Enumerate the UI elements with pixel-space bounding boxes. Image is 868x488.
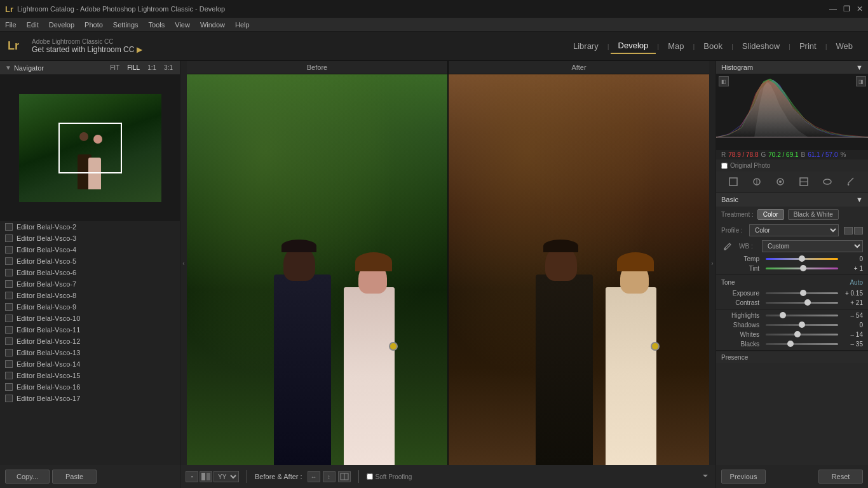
preset-icon (5, 280, 13, 288)
nav-book[interactable]: Book (696, 39, 730, 53)
basic-panel-header[interactable]: Basic ▼ (716, 193, 868, 207)
graduated-filter-tool[interactable] (795, 174, 813, 189)
nav-web[interactable]: Web (829, 39, 861, 53)
basic-collapse[interactable]: ▼ (856, 196, 863, 203)
percent-label: % (840, 151, 846, 158)
single-view-button[interactable]: ▪ (186, 471, 198, 482)
before-after-lr-button[interactable] (200, 471, 212, 482)
window-controls[interactable]: — ❐ ✕ (829, 4, 863, 13)
r-label: R (721, 151, 726, 158)
profile-grid-icon[interactable] (844, 227, 853, 234)
tint-slider[interactable] (766, 268, 838, 269)
preset-item[interactable]: Editor Belal-Vsco-10 (0, 313, 180, 324)
soft-proofing-label: Soft Proofing (376, 473, 412, 480)
svg-point-4 (779, 180, 782, 183)
left-panel-collapse[interactable]: ‹ (180, 61, 187, 465)
exposure-value: + 0.15 (841, 290, 863, 297)
whites-slider[interactable] (766, 334, 838, 336)
zoom-1to1[interactable]: 1:1 (146, 64, 158, 72)
tint-label: Tint (721, 265, 759, 272)
bw-button[interactable]: Black & White (788, 209, 839, 220)
nav-library[interactable]: Library (566, 39, 606, 53)
navigator-header: ▼ Navigator FIT FILL 1:1 3:1 (0, 61, 180, 75)
exposure-slider[interactable] (766, 292, 838, 294)
crop-tool[interactable] (724, 174, 742, 189)
highlights-slider[interactable] (766, 315, 838, 316)
contrast-row: Contrast + 21 (716, 298, 868, 308)
preset-item[interactable]: Editor Belal-Vsco-8 (0, 290, 180, 301)
copy-settings-button[interactable] (338, 471, 351, 482)
menu-tools[interactable]: Tools (149, 21, 165, 29)
highlights-row: Highlights – 54 (716, 311, 868, 320)
center-actions-expand[interactable] (700, 471, 710, 482)
preset-item[interactable]: Editor Belal-Vsco-9 (0, 301, 180, 313)
menu-file[interactable]: File (5, 21, 17, 29)
navigator-collapse[interactable]: ▼ (5, 64, 11, 71)
right-panel-collapse[interactable]: › (709, 61, 715, 465)
preset-item[interactable]: Editor Belal-Vsco-14 (0, 358, 180, 370)
menu-edit[interactable]: Edit (27, 21, 39, 29)
b-label: B (801, 151, 806, 158)
preset-item[interactable]: Editor Belal-Vsco-4 (0, 244, 180, 255)
blacks-slider[interactable] (766, 343, 838, 345)
navigator-title: ▼ Navigator (5, 64, 44, 72)
profile-select[interactable]: Color (749, 224, 839, 236)
preset-item[interactable]: Editor Belal-Vsco-2 (0, 221, 180, 233)
adjustment-brush-tool[interactable] (842, 174, 860, 189)
basic-panel: Basic ▼ Treatment : Color Black & White … (716, 193, 868, 363)
preset-item[interactable]: Editor Belal-Vsco-3 (0, 233, 180, 244)
zoom-3to1[interactable]: 3:1 (162, 64, 175, 72)
close-button[interactable]: ✕ (857, 4, 863, 13)
preset-item[interactable]: Editor Belal-Vsco-13 (0, 347, 180, 358)
zoom-fill[interactable]: FILL (125, 64, 142, 72)
nav-print[interactable]: Print (792, 39, 824, 53)
preset-item[interactable]: Editor Belal-Vsco-16 (0, 381, 180, 393)
menu-develop[interactable]: Develop (49, 21, 74, 29)
nav-slideshow[interactable]: Slideshow (735, 39, 787, 53)
preset-item[interactable]: Editor Belal-Vsco-17 (0, 393, 180, 404)
menu-help[interactable]: Help (235, 21, 250, 29)
temp-slider[interactable] (766, 258, 838, 260)
eyedropper-icon[interactable] (723, 242, 732, 251)
preset-icon (5, 234, 13, 242)
preset-item[interactable]: Editor Belal-Vsco-15 (0, 370, 180, 381)
menu-photo[interactable]: Photo (85, 21, 103, 29)
contrast-slider[interactable] (766, 302, 838, 304)
preset-item[interactable]: Editor Belal-Vsco-11 (0, 324, 180, 336)
copy-button[interactable]: Copy... (5, 470, 50, 484)
soft-proofing-checkbox[interactable] (367, 473, 373, 480)
wb-select[interactable]: Custom As Shot Auto Daylight Cloudy (762, 240, 863, 252)
view-mode-select[interactable]: YY (214, 471, 239, 482)
center-area: Before (187, 61, 709, 465)
preset-item[interactable]: Editor Belal-Vsco-6 (0, 267, 180, 278)
nav-develop[interactable]: Develop (611, 38, 656, 54)
shadows-slider[interactable] (766, 324, 838, 326)
preset-item[interactable]: Editor Belal-Vsco-5 (0, 255, 180, 267)
preset-item[interactable]: Editor Belal-Vsco-12 (0, 336, 180, 347)
nav-map[interactable]: Map (660, 39, 691, 53)
minimize-button[interactable]: — (829, 4, 837, 13)
paste-button[interactable]: Paste (52, 470, 97, 484)
spot-removal-tool[interactable] (748, 174, 766, 189)
menu-view[interactable]: View (175, 21, 190, 29)
reset-button[interactable]: Reset (818, 470, 863, 484)
color-button[interactable]: Color (757, 209, 784, 220)
wb-row: WB : Custom As Shot Auto Daylight Cloudy (716, 238, 868, 254)
maximize-button[interactable]: ❐ (843, 4, 850, 13)
menu-settings[interactable]: Settings (113, 21, 139, 29)
preset-icon (5, 246, 13, 254)
tone-auto-button[interactable]: Auto (850, 279, 863, 286)
histogram-collapse[interactable]: ▼ (856, 64, 863, 71)
tone-label: Tone (721, 279, 735, 286)
menu-window[interactable]: Window (200, 21, 225, 29)
lr-logo: Lr (8, 39, 19, 53)
radial-filter-tool[interactable] (818, 174, 836, 189)
swap-left-right-button[interactable]: ↔ (308, 471, 320, 482)
profile-expand-icon[interactable] (854, 227, 863, 234)
original-photo-checkbox[interactable] (721, 163, 728, 169)
preset-item[interactable]: Editor Belal-Vsco-7 (0, 278, 180, 290)
swap-top-bottom-button[interactable]: ↕ (323, 471, 336, 482)
redeye-tool[interactable] (771, 174, 789, 189)
zoom-fit[interactable]: FIT (108, 64, 121, 72)
previous-button[interactable]: Previous (721, 470, 766, 484)
